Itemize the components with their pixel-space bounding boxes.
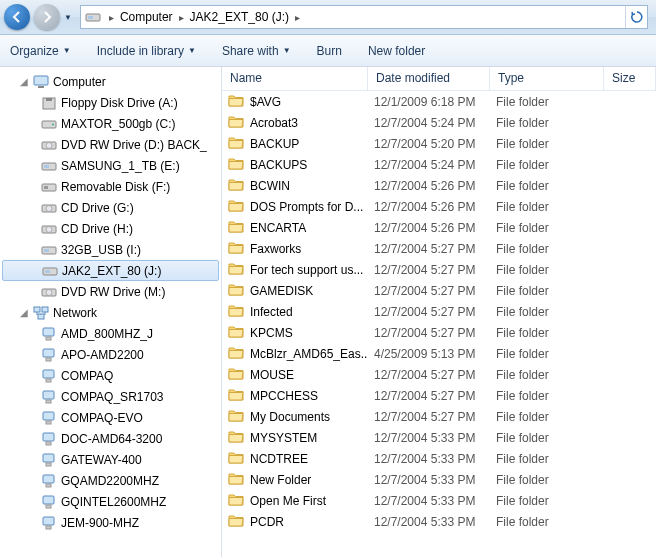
file-row[interactable]: For tech support us...12/7/2004 5:27 PMF…	[222, 259, 656, 280]
burn-button[interactable]: Burn	[317, 44, 342, 58]
breadcrumb-computer[interactable]: Computer	[118, 10, 175, 24]
file-row[interactable]: McBlzr_AMD65_Eas...4/25/2009 5:13 PMFile…	[222, 343, 656, 364]
file-row[interactable]: Infected12/7/2004 5:27 PMFile folder	[222, 301, 656, 322]
new-folder-button[interactable]: New folder	[368, 44, 425, 58]
tree-network-pc[interactable]: GQAMD2200MHZ	[0, 470, 221, 491]
file-name: Acrobat3	[250, 116, 298, 130]
tree-drive-item[interactable]: CD Drive (G:)	[0, 197, 221, 218]
tree-drive-item[interactable]: JAK2_EXT_80 (J:)	[2, 260, 219, 281]
tree-drive-item[interactable]: SAMSUNG_1_TB (E:)	[0, 155, 221, 176]
collapse-icon[interactable]: ◢	[18, 76, 30, 87]
tree-drive-item[interactable]: CD Drive (H:)	[0, 218, 221, 239]
refresh-button[interactable]	[625, 6, 647, 28]
drive-icon	[40, 220, 57, 237]
file-row[interactable]: My Documents12/7/2004 5:27 PMFile folder	[222, 406, 656, 427]
file-date: 12/1/2009 6:18 PM	[368, 95, 490, 109]
file-row[interactable]: BACKUPS12/7/2004 5:24 PMFile folder	[222, 154, 656, 175]
file-row[interactable]: New Folder12/7/2004 5:33 PMFile folder	[222, 469, 656, 490]
breadcrumb-current[interactable]: JAK2_EXT_80 (J:)	[188, 10, 291, 24]
tree-network-pc[interactable]: COMPAQ	[0, 365, 221, 386]
folder-icon	[228, 325, 250, 341]
file-row[interactable]: Open Me First12/7/2004 5:33 PMFile folde…	[222, 490, 656, 511]
file-type: File folder	[490, 347, 604, 361]
pc-icon	[40, 472, 57, 489]
file-name: BACKUP	[250, 137, 299, 151]
svg-rect-43	[43, 496, 54, 504]
file-row[interactable]: MPCCHESS12/7/2004 5:27 PMFile folder	[222, 385, 656, 406]
header-size[interactable]: Size	[604, 67, 656, 90]
back-button[interactable]	[4, 4, 30, 30]
file-row[interactable]: KPCMS12/7/2004 5:27 PMFile folder	[222, 322, 656, 343]
file-type: File folder	[490, 200, 604, 214]
file-date: 12/7/2004 5:27 PM	[368, 284, 490, 298]
folder-icon	[228, 283, 250, 299]
header-name[interactable]: Name	[222, 67, 368, 90]
tree-network-pc[interactable]: GATEWAY-400	[0, 449, 221, 470]
chevron-right-icon[interactable]: ▸	[291, 12, 304, 23]
folder-icon	[228, 472, 250, 488]
chevron-right-icon[interactable]: ▸	[105, 12, 118, 23]
tree-drive-item[interactable]: MAXTOR_500gb (C:)	[0, 113, 221, 134]
tree-drive-item[interactable]: Floppy Disk Drive (A:)	[0, 92, 221, 113]
file-name: New Folder	[250, 473, 311, 487]
file-row[interactable]: NCDTREE12/7/2004 5:33 PMFile folder	[222, 448, 656, 469]
file-row[interactable]: BACKUP12/7/2004 5:20 PMFile folder	[222, 133, 656, 154]
tree-drive-item[interactable]: 32GB_USB (I:)	[0, 239, 221, 260]
file-name: MOUSE	[250, 368, 294, 382]
file-row[interactable]: ENCARTA12/7/2004 5:26 PMFile folder	[222, 217, 656, 238]
file-date: 12/7/2004 5:33 PM	[368, 431, 490, 445]
chevron-right-icon[interactable]: ▸	[175, 12, 188, 23]
tree-network-pc[interactable]: COMPAQ-EVO	[0, 407, 221, 428]
file-row[interactable]: Acrobat312/7/2004 5:24 PMFile folder	[222, 112, 656, 133]
tree-network-pc[interactable]: JEM-900-MHZ	[0, 512, 221, 533]
breadcrumb[interactable]: ▸ Computer ▸ JAK2_EXT_80 (J:) ▸	[80, 5, 648, 29]
file-row[interactable]: MYSYSTEM12/7/2004 5:33 PMFile folder	[222, 427, 656, 448]
forward-button[interactable]	[34, 4, 60, 30]
file-date: 12/7/2004 5:24 PM	[368, 116, 490, 130]
svg-rect-41	[43, 475, 54, 483]
svg-rect-2	[34, 76, 48, 85]
file-type: File folder	[490, 158, 604, 172]
svg-rect-45	[43, 517, 54, 525]
file-row[interactable]: PCDR12/7/2004 5:33 PMFile folder	[222, 511, 656, 532]
file-list[interactable]: $AVG12/1/2009 6:18 PMFile folderAcrobat3…	[222, 91, 656, 557]
include-library-button[interactable]: Include in library▼	[97, 44, 196, 58]
svg-point-23	[46, 289, 52, 295]
navigation-tree[interactable]: ◢ Computer Floppy Disk Drive (A:)MAXTOR_…	[0, 67, 222, 557]
folder-icon	[228, 115, 250, 131]
file-type: File folder	[490, 179, 604, 193]
file-row[interactable]: GAMEDISK12/7/2004 5:27 PMFile folder	[222, 280, 656, 301]
history-dropdown-icon[interactable]: ▼	[64, 13, 72, 22]
tree-drive-item[interactable]: Removable Disk (F:)	[0, 176, 221, 197]
share-with-button[interactable]: Share with▼	[222, 44, 291, 58]
header-date-modified[interactable]: Date modified	[368, 67, 490, 90]
file-row[interactable]: BCWIN12/7/2004 5:26 PMFile folder	[222, 175, 656, 196]
file-row[interactable]: Faxworks12/7/2004 5:27 PMFile folder	[222, 238, 656, 259]
tree-label: GQAMD2200MHZ	[61, 474, 159, 488]
file-type: File folder	[490, 305, 604, 319]
organize-button[interactable]: Organize▼	[10, 44, 71, 58]
tree-network-pc[interactable]: APO-AMD2200	[0, 344, 221, 365]
collapse-icon[interactable]: ◢	[18, 307, 30, 318]
file-name: McBlzr_AMD65_Eas...	[250, 347, 368, 361]
tree-label: 32GB_USB (I:)	[61, 243, 141, 257]
tree-label: CD Drive (H:)	[61, 222, 133, 236]
tree-computer[interactable]: ◢ Computer	[0, 71, 221, 92]
tree-drive-item[interactable]: DVD RW Drive (M:)	[0, 281, 221, 302]
header-type[interactable]: Type	[490, 67, 604, 90]
tree-network-pc[interactable]: COMPAQ_SR1703	[0, 386, 221, 407]
tree-network-pc[interactable]: DOC-AMD64-3200	[0, 428, 221, 449]
file-row[interactable]: DOS Prompts for D...12/7/2004 5:26 PMFil…	[222, 196, 656, 217]
tree-network-pc[interactable]: AMD_800MHZ_J	[0, 323, 221, 344]
tree-label: AMD_800MHZ_J	[61, 327, 153, 341]
svg-rect-44	[46, 505, 51, 508]
file-type: File folder	[490, 410, 604, 424]
svg-rect-36	[46, 421, 51, 424]
tree-network-pc[interactable]: GQINTEL2600MHZ	[0, 491, 221, 512]
svg-rect-39	[43, 454, 54, 462]
tree-network[interactable]: ◢ Network	[0, 302, 221, 323]
tree-drive-item[interactable]: DVD RW Drive (D:) BACK_	[0, 134, 221, 155]
file-row[interactable]: $AVG12/1/2009 6:18 PMFile folder	[222, 91, 656, 112]
file-type: File folder	[490, 473, 604, 487]
file-row[interactable]: MOUSE12/7/2004 5:27 PMFile folder	[222, 364, 656, 385]
